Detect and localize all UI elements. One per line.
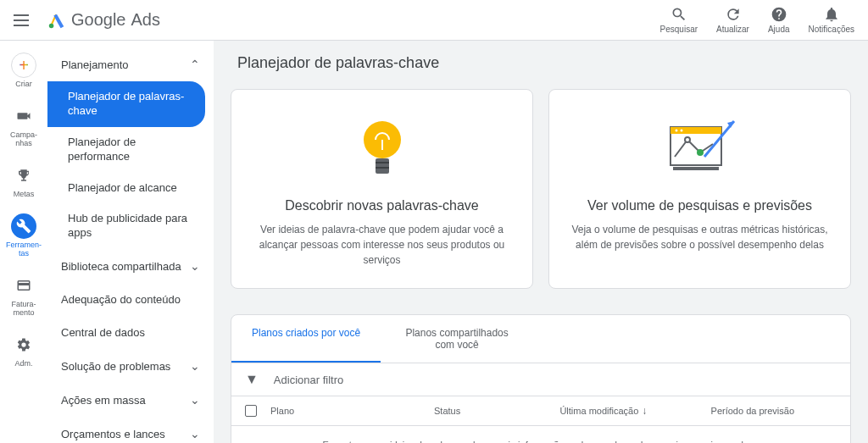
col-status[interactable]: Status bbox=[434, 406, 559, 416]
card-discover-keywords[interactable]: Descobrir novas palavras-chave Ver ideia… bbox=[231, 89, 533, 289]
bell-icon bbox=[823, 6, 840, 23]
card-search-volume[interactable]: Ver volume de pesquisas e previsões Veja… bbox=[548, 89, 851, 289]
svg-rect-12 bbox=[673, 167, 719, 170]
rail-goals-label: Metas bbox=[14, 190, 35, 198]
gear-icon bbox=[16, 337, 31, 352]
wrench-icon bbox=[16, 219, 31, 234]
trophy-icon bbox=[16, 168, 31, 183]
sidebar-item-app-hub[interactable]: Hub de publicidade para apps bbox=[47, 203, 214, 249]
svg-point-10 bbox=[685, 137, 690, 142]
notifications-button[interactable]: Notificações bbox=[809, 6, 854, 34]
svg-point-0 bbox=[49, 23, 54, 27]
google-ads-logo-icon bbox=[47, 11, 66, 30]
sidebar: Planejamento ⌃ Planejador de palavras-ch… bbox=[47, 41, 214, 443]
empty-state-message: Encontre novas ideias de palavras-chave,… bbox=[231, 426, 850, 443]
card-volume-title: Ver volume de pesquisas e previsões bbox=[566, 198, 833, 213]
rail-campaigns-label: Campa- nhas bbox=[10, 130, 37, 147]
rail-campaigns[interactable]: Campa- nhas bbox=[0, 100, 47, 151]
sidebar-section-budgets[interactable]: Orçamentos e lances ⌄ bbox=[47, 417, 214, 443]
sidebar-section-troubleshoot-label: Solução de problemas bbox=[61, 360, 170, 373]
chart-icon bbox=[566, 110, 833, 186]
search-icon bbox=[670, 6, 687, 23]
rail-tools-label: Ferramen- tas bbox=[6, 241, 42, 257]
svg-rect-4 bbox=[376, 162, 389, 163]
help-icon bbox=[771, 6, 787, 23]
svg-rect-3 bbox=[376, 158, 389, 174]
card-discover-title: Descobrir novas palavras-chave bbox=[248, 198, 515, 213]
svg-point-11 bbox=[697, 149, 704, 156]
sidebar-item-content-suitability[interactable]: Adequação do conteúdo bbox=[47, 283, 214, 316]
sort-desc-icon: ↓ bbox=[642, 405, 647, 417]
search-label: Pesquisar bbox=[660, 25, 698, 34]
sidebar-section-bulk-label: Ações em massa bbox=[61, 394, 146, 407]
rail-create-label: Criar bbox=[15, 80, 32, 88]
sidebar-section-planning-label: Planejamento bbox=[61, 58, 129, 71]
rail-billing[interactable]: Fatura- mento bbox=[0, 269, 47, 320]
filter-icon[interactable]: ▼ bbox=[245, 372, 259, 387]
help-button[interactable]: Ajuda bbox=[768, 6, 790, 34]
sidebar-section-planning[interactable]: Planejamento ⌃ bbox=[47, 47, 214, 81]
hamburger-menu[interactable] bbox=[14, 10, 34, 30]
sidebar-section-shared-library-label: Biblioteca compartilhada bbox=[61, 260, 181, 273]
megaphone-icon bbox=[16, 108, 31, 124]
card-discover-desc: Ver ideias de palavra-chave que podem aj… bbox=[248, 222, 515, 268]
brand-google: Google bbox=[71, 10, 126, 30]
card-icon bbox=[16, 278, 31, 293]
card-volume-desc: Veja o volume de pesquisas e outras métr… bbox=[566, 222, 833, 252]
col-period[interactable]: Período da previsão bbox=[711, 406, 837, 416]
notifications-label: Notificações bbox=[809, 25, 854, 34]
rail-goals[interactable]: Metas bbox=[0, 159, 47, 202]
svg-rect-7 bbox=[670, 127, 721, 134]
rail-tools[interactable]: Ferramen- tas bbox=[0, 210, 47, 261]
sidebar-section-shared-library[interactable]: Biblioteca compartilhada ⌄ bbox=[47, 249, 214, 283]
chevron-down-icon: ⌄ bbox=[190, 259, 200, 273]
plus-icon: + bbox=[11, 53, 36, 78]
refresh-icon bbox=[725, 6, 742, 23]
svg-point-9 bbox=[680, 130, 682, 132]
col-plan[interactable]: Plano bbox=[270, 406, 434, 416]
sidebar-section-bulk[interactable]: Ações em massa ⌄ bbox=[47, 383, 214, 417]
google-ads-logo: Google Ads bbox=[47, 10, 160, 30]
help-label: Ajuda bbox=[768, 25, 790, 34]
brand-ads: Ads bbox=[131, 10, 160, 30]
lightbulb-icon bbox=[248, 110, 515, 186]
tab-shared-plans[interactable]: Planos compartilhados com você bbox=[381, 315, 533, 363]
chevron-up-icon: ⌃ bbox=[190, 58, 200, 71]
refresh-label: Atualizar bbox=[716, 25, 749, 34]
svg-point-8 bbox=[675, 130, 677, 132]
svg-rect-5 bbox=[376, 167, 389, 169]
plans-panel: Planos criados por você Planos compartil… bbox=[231, 314, 851, 443]
page-title: Planejador de palavras-chave bbox=[231, 54, 851, 72]
refresh-button[interactable]: Atualizar bbox=[716, 6, 749, 34]
select-all-checkbox[interactable] bbox=[245, 405, 257, 417]
sidebar-item-performance-planner[interactable]: Planejador de performance bbox=[47, 127, 214, 173]
chevron-down-icon: ⌄ bbox=[190, 359, 200, 373]
table-header-row: Plano Status Última modificação↓ Período… bbox=[231, 396, 850, 426]
search-button[interactable]: Pesquisar bbox=[660, 6, 698, 34]
sidebar-item-data-center[interactable]: Central de dados bbox=[47, 316, 214, 349]
tab-your-plans[interactable]: Planos criados por você bbox=[231, 315, 381, 363]
chevron-down-icon: ⌄ bbox=[190, 393, 200, 407]
rail-billing-label: Fatura- mento bbox=[11, 300, 36, 317]
rail-create[interactable]: + Criar bbox=[0, 49, 47, 91]
sidebar-item-keyword-planner[interactable]: Planejador de palavras-chave bbox=[47, 81, 205, 127]
col-modified[interactable]: Última modificação↓ bbox=[559, 405, 710, 417]
add-filter-button[interactable]: Adicionar filtro bbox=[274, 374, 343, 386]
sidebar-item-reach-planner[interactable]: Planejador de alcance bbox=[47, 173, 214, 204]
rail-admin-label: Adm. bbox=[14, 359, 32, 368]
rail-admin[interactable]: Adm. bbox=[0, 329, 47, 371]
sidebar-section-troubleshoot[interactable]: Solução de problemas ⌄ bbox=[47, 349, 214, 383]
chevron-down-icon: ⌄ bbox=[190, 427, 200, 440]
sidebar-section-budgets-label: Orçamentos e lances bbox=[61, 428, 165, 440]
